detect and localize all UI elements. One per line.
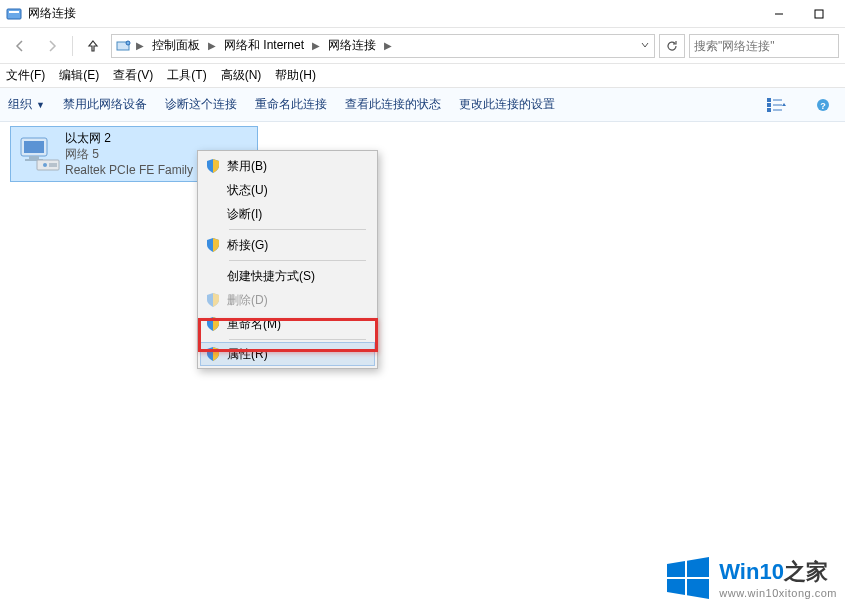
ctx-label: 禁用(B) <box>227 158 267 175</box>
svg-rect-8 <box>767 108 771 112</box>
ctx-properties[interactable]: 属性(R) <box>200 342 375 366</box>
chevron-right-icon[interactable]: ▶ <box>136 40 144 51</box>
svg-marker-23 <box>667 579 685 595</box>
tool-organize[interactable]: 组织▼ <box>8 96 45 113</box>
ctx-delete: 删除(D) <box>201 288 374 312</box>
tool-rename[interactable]: 重命名此连接 <box>255 96 327 113</box>
watermark: Win10之家 www.win10xitong.com <box>663 554 837 602</box>
ctx-label: 桥接(G) <box>227 237 268 254</box>
svg-marker-21 <box>667 561 685 577</box>
svg-text:?: ? <box>820 101 826 111</box>
menu-bar: 文件(F) 编辑(E) 查看(V) 工具(T) 高级(N) 帮助(H) <box>0 64 845 88</box>
ctx-bridge[interactable]: 桥接(G) <box>201 233 374 257</box>
network-adapter-icon <box>15 130 63 178</box>
separator <box>72 36 73 56</box>
svg-rect-16 <box>29 156 39 159</box>
ctx-label: 诊断(I) <box>227 206 262 223</box>
svg-marker-22 <box>687 557 709 577</box>
svg-rect-3 <box>815 10 823 18</box>
ctx-label: 创建快捷方式(S) <box>227 268 315 285</box>
tool-diagnose[interactable]: 诊断这个连接 <box>165 96 237 113</box>
context-menu: 禁用(B) 状态(U) 诊断(I) 桥接(G) 创建快捷方式(S) 删除(D) … <box>197 150 378 369</box>
svg-rect-0 <box>7 9 21 19</box>
tool-disable[interactable]: 禁用此网络设备 <box>63 96 147 113</box>
ctx-shortcut[interactable]: 创建快捷方式(S) <box>201 264 374 288</box>
menu-separator <box>229 339 366 340</box>
address-dropdown-icon[interactable] <box>640 39 650 53</box>
menu-view[interactable]: 查看(V) <box>113 67 153 84</box>
menu-separator <box>229 260 366 261</box>
watermark-brand: Win10之家 <box>719 557 837 587</box>
ctx-rename[interactable]: 重命名(M) <box>201 312 374 336</box>
svg-rect-7 <box>767 103 771 107</box>
svg-rect-6 <box>767 98 771 102</box>
menu-tools[interactable]: 工具(T) <box>167 67 206 84</box>
svg-rect-1 <box>9 11 19 13</box>
back-button[interactable] <box>6 33 34 59</box>
breadcrumb-leaf[interactable]: 网络连接 <box>324 37 380 54</box>
adapter-name: 以太网 2 <box>65 130 193 146</box>
chevron-right-icon[interactable]: ▶ <box>312 40 320 51</box>
chevron-right-icon[interactable]: ▶ <box>384 40 392 51</box>
tool-change[interactable]: 更改此连接的设置 <box>459 96 555 113</box>
app-icon <box>6 6 22 22</box>
ctx-label: 属性(R) <box>227 346 268 363</box>
adapter-text: 以太网 2 网络 5 Realtek PCIe FE Family <box>65 130 193 178</box>
refresh-button[interactable] <box>659 34 685 58</box>
maximize-button[interactable] <box>799 1 839 27</box>
svg-point-19 <box>43 163 47 167</box>
svg-marker-24 <box>687 579 709 599</box>
window-title: 网络连接 <box>28 5 759 22</box>
watermark-url: www.win10xitong.com <box>719 587 837 599</box>
help-button[interactable]: ? <box>809 94 837 116</box>
ctx-status[interactable]: 状态(U) <box>201 178 374 202</box>
menu-separator <box>229 229 366 230</box>
breadcrumb-root[interactable]: 控制面板 <box>148 37 204 54</box>
ctx-label: 状态(U) <box>227 182 268 199</box>
menu-edit[interactable]: 编辑(E) <box>59 67 99 84</box>
search-box[interactable] <box>689 34 839 58</box>
breadcrumb-mid[interactable]: 网络和 Internet <box>220 37 308 54</box>
adapter-network: 网络 5 <box>65 146 193 162</box>
svg-point-5 <box>126 41 130 45</box>
ctx-label: 重命名(M) <box>227 316 281 333</box>
chevron-down-icon: ▼ <box>36 100 45 110</box>
menu-advanced[interactable]: 高级(N) <box>221 67 262 84</box>
menu-file[interactable]: 文件(F) <box>6 67 45 84</box>
adapter-device: Realtek PCIe FE Family <box>65 162 193 178</box>
ctx-label: 删除(D) <box>227 292 268 309</box>
shield-icon <box>205 292 221 308</box>
up-button[interactable] <box>79 33 107 59</box>
view-options-button[interactable] <box>763 94 791 116</box>
ctx-disable[interactable]: 禁用(B) <box>201 154 374 178</box>
tool-status[interactable]: 查看此连接的状态 <box>345 96 441 113</box>
chevron-right-icon[interactable]: ▶ <box>208 40 216 51</box>
svg-rect-20 <box>49 163 57 167</box>
shield-icon <box>205 158 221 174</box>
search-input[interactable] <box>694 39 834 53</box>
location-icon <box>116 38 132 54</box>
shield-icon <box>205 237 221 253</box>
shield-icon <box>205 346 221 362</box>
navigation-bar: ▶ 控制面板 ▶ 网络和 Internet ▶ 网络连接 ▶ <box>0 28 845 64</box>
svg-rect-15 <box>24 141 44 153</box>
address-bar[interactable]: ▶ 控制面板 ▶ 网络和 Internet ▶ 网络连接 ▶ <box>111 34 655 58</box>
title-bar: 网络连接 <box>0 0 845 28</box>
menu-help[interactable]: 帮助(H) <box>275 67 316 84</box>
windows-logo-icon <box>663 554 711 602</box>
minimize-button[interactable] <box>759 1 799 27</box>
ctx-diagnose[interactable]: 诊断(I) <box>201 202 374 226</box>
content-area: 以太网 2 网络 5 Realtek PCIe FE Family 禁用(B) … <box>0 122 845 612</box>
command-bar: 组织▼ 禁用此网络设备 诊断这个连接 重命名此连接 查看此连接的状态 更改此连接… <box>0 88 845 122</box>
forward-button[interactable] <box>38 33 66 59</box>
shield-icon <box>205 316 221 332</box>
